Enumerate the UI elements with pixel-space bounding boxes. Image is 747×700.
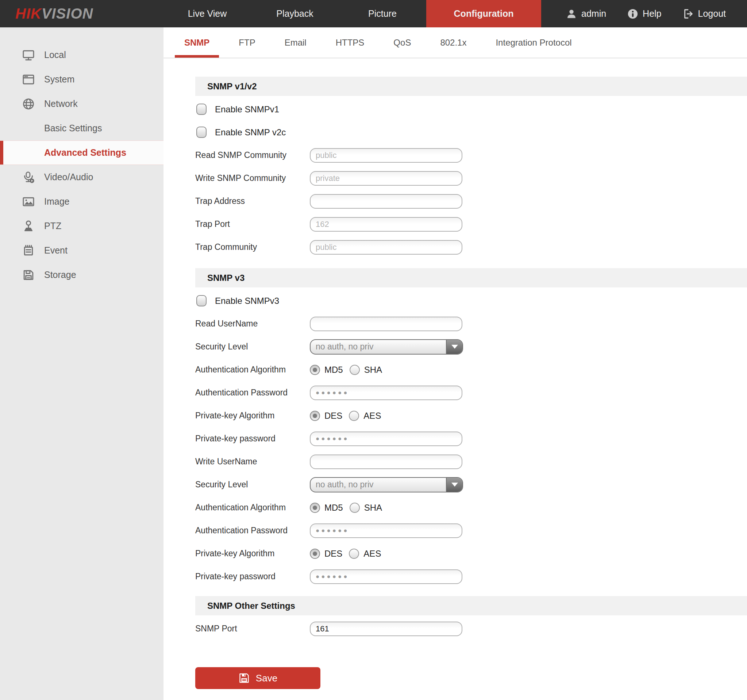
sidebar-item-image[interactable]: Image xyxy=(0,189,163,214)
chevron-down-icon xyxy=(451,345,458,349)
tab-ftp[interactable]: FTP xyxy=(229,27,265,57)
username-label: admin xyxy=(581,8,606,19)
enable-snmp-v2c-checkbox[interactable] xyxy=(196,127,207,138)
row-privatekey-algorithm-read: Private-key Algorithm DES AES xyxy=(195,404,747,427)
field-label: Private-key Algorithm xyxy=(195,549,310,558)
md5-radio[interactable] xyxy=(310,503,320,513)
dropdown-button[interactable] xyxy=(446,478,462,492)
row-privatekey-algorithm-write: Private-key Algorithm DES AES xyxy=(195,542,747,565)
row-security-level-read: Security Level no auth, no priv xyxy=(195,335,747,358)
section-title: SNMP v3 xyxy=(207,273,245,283)
checkbox-label: Enable SNMPv1 xyxy=(215,104,279,115)
nav-picture[interactable]: Picture xyxy=(339,0,426,27)
sidebar-item-advanced-settings[interactable]: Advanced Settings xyxy=(0,140,163,165)
logout-label: Logout xyxy=(698,8,726,19)
read-snmp-community-input[interactable] xyxy=(310,148,462,163)
trap-community-input[interactable] xyxy=(310,240,462,255)
field-label: Write UserName xyxy=(195,457,310,466)
checkbox-label: Enable SNMPv3 xyxy=(215,296,279,306)
radio-label: AES xyxy=(363,549,381,559)
privatekey-password-input[interactable] xyxy=(310,431,462,446)
field-label: Security Level xyxy=(195,342,310,352)
tab-https[interactable]: HTTPS xyxy=(326,27,374,57)
radio-label: MD5 xyxy=(324,503,343,513)
des-radio[interactable] xyxy=(310,549,320,559)
trap-port-input[interactable] xyxy=(310,217,462,232)
nav-live-view[interactable]: Live View xyxy=(163,0,251,27)
des-radio[interactable] xyxy=(310,411,320,421)
joystick-icon xyxy=(22,220,35,233)
field-label: Authentication Password xyxy=(195,526,310,536)
aes-radio[interactable] xyxy=(349,549,359,559)
field-label: Security Level xyxy=(195,480,310,490)
write-username-input[interactable] xyxy=(310,454,462,469)
snmp-port-input[interactable] xyxy=(310,622,462,636)
field-label: Write SNMP Community xyxy=(195,173,310,183)
hikvision-logo: HIKVISION xyxy=(0,0,163,27)
help-button[interactable]: Help xyxy=(627,8,661,19)
row-trap-address: Trap Address xyxy=(195,190,747,213)
sidebar-item-local[interactable]: Local xyxy=(0,43,163,67)
tab-qos[interactable]: QoS xyxy=(384,27,420,57)
save-button[interactable]: Save xyxy=(195,667,321,689)
aes-radio[interactable] xyxy=(349,411,359,421)
selected-option: no auth, no priv xyxy=(310,340,446,354)
sidebar-item-label: Advanced Settings xyxy=(44,147,126,158)
sha-radio[interactable] xyxy=(349,503,360,513)
sidebar-item-event[interactable]: Event xyxy=(0,238,163,262)
help-label: Help xyxy=(643,8,661,19)
field-label: Authentication Algorithm xyxy=(195,365,310,375)
microphone-icon xyxy=(22,171,35,184)
auth-password-input[interactable] xyxy=(310,523,462,538)
user-menu: admin xyxy=(566,8,606,19)
tab-8021x[interactable]: 802.1x xyxy=(431,27,476,57)
nav-configuration[interactable]: Configuration xyxy=(426,0,541,27)
window-icon xyxy=(22,73,35,86)
sidebar-item-network[interactable]: Network xyxy=(0,92,163,116)
field-label: Read SNMP Community xyxy=(195,150,310,160)
row-security-level-write: Security Level no auth, no priv xyxy=(195,473,747,496)
privatekey-password-input[interactable] xyxy=(310,569,462,584)
row-read-username: Read UserName xyxy=(195,312,747,335)
field-label: Private-key password xyxy=(195,434,310,444)
top-bar: HIKVISION Live View Playback Picture Con… xyxy=(0,0,747,27)
tab-email[interactable]: Email xyxy=(275,27,316,57)
row-auth-password-read: Authentication Password xyxy=(195,381,747,404)
row-auth-algorithm-read: Authentication Algorithm MD5 SHA xyxy=(195,358,747,381)
row-enable-snmpv1: Enable SNMPv1 xyxy=(195,98,747,121)
sidebar-item-video-audio[interactable]: Video/Audio xyxy=(0,165,163,189)
chevron-down-icon xyxy=(451,483,458,487)
field-label: Trap Address xyxy=(195,196,310,206)
nav-playback[interactable]: Playback xyxy=(251,0,339,27)
sidebar-item-ptz[interactable]: PTZ xyxy=(0,214,163,238)
trap-address-input[interactable] xyxy=(310,194,462,209)
sidebar-item-storage[interactable]: Storage xyxy=(0,262,163,287)
notepad-icon xyxy=(22,244,35,257)
write-snmp-community-input[interactable] xyxy=(310,171,462,186)
security-level-select[interactable]: no auth, no priv xyxy=(310,477,463,492)
dropdown-button[interactable] xyxy=(446,340,462,354)
security-level-select[interactable]: no auth, no priv xyxy=(310,339,463,355)
auth-password-input[interactable] xyxy=(310,386,462,400)
radio-label: SHA xyxy=(364,503,382,513)
monitor-icon xyxy=(22,48,35,62)
sidebar: Local System Network Basic Settings Adva… xyxy=(0,27,163,700)
logo-secondary: VISION xyxy=(42,6,94,22)
row-auth-password-write: Authentication Password xyxy=(195,519,747,542)
field-label: Authentication Algorithm xyxy=(195,503,310,513)
enable-snmpv3-checkbox[interactable] xyxy=(196,295,207,306)
sha-radio[interactable] xyxy=(349,365,360,375)
info-icon xyxy=(627,8,638,19)
field-label: Authentication Password xyxy=(195,388,310,398)
sidebar-item-system[interactable]: System xyxy=(0,67,163,92)
row-write-username: Write UserName xyxy=(195,450,747,473)
auth-algorithm-radio-group: MD5 SHA xyxy=(310,365,382,375)
enable-snmpv1-checkbox[interactable] xyxy=(196,104,207,115)
sidebar-item-basic-settings[interactable]: Basic Settings xyxy=(0,116,163,140)
tab-snmp[interactable]: SNMP xyxy=(175,27,219,57)
tab-integration-protocol[interactable]: Integration Protocol xyxy=(486,27,581,57)
read-username-input[interactable] xyxy=(310,317,462,331)
md5-radio[interactable] xyxy=(310,365,320,375)
logout-button[interactable]: Logout xyxy=(683,8,726,19)
section-title: SNMP v1/v2 xyxy=(207,81,257,92)
